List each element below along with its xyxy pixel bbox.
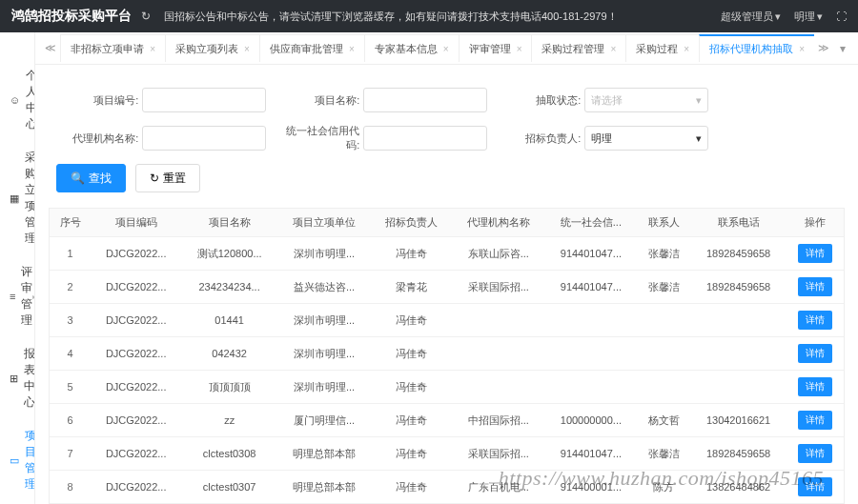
sidebar-item[interactable]: ▦采购立项管理▸ [0,141,34,255]
cell-agent: 东联山际咨... [452,237,545,271]
chevron-down-icon: ▾ [696,132,702,145]
tab[interactable]: 非招标立项申请× [60,34,166,62]
menu-label: 项目管理 [25,428,35,493]
project-no-label: 项目编号: [56,93,138,108]
tab-label: 采购过程 [636,42,678,56]
cell-code: DJCG2022... [91,404,181,437]
detail-button[interactable]: 详情 [798,311,832,330]
column-header: 操作 [786,209,844,237]
table-row: 7 DJCG2022... clctest0308 明理总部本部 冯佳奇 采联国… [50,437,844,471]
cell-agent: 采联国际招... [452,271,545,304]
sidebar-item[interactable]: ▭项目管理▾ [0,419,34,501]
tabs-scroll-left-icon[interactable]: ≪ [41,42,60,54]
cell-owner: 冯佳奇 [371,304,451,337]
detail-button[interactable]: 详情 [798,377,832,396]
cell-usci: 100000000... [545,404,637,437]
close-icon[interactable]: × [610,44,616,54]
cell-index: 6 [50,404,91,437]
project-no-input[interactable] [142,88,266,112]
cell-unit: 深圳市明理... [277,371,371,404]
cell-owner: 冯佳奇 [371,337,451,371]
cell-index: 1 [50,237,91,271]
cell-agent [452,337,545,371]
sidebar-item[interactable]: ⊞报表中心▸ [0,337,34,419]
close-icon[interactable]: × [517,44,522,54]
cell-owner: 梁青花 [371,271,451,304]
cell-usci: 914401047... [545,271,637,304]
reset-button[interactable]: ↻重置 [135,164,200,192]
detail-button[interactable]: 详情 [798,244,832,263]
cell-code: DJCG2022... [91,437,181,471]
cell-code: DJCG2022... [91,237,181,271]
table-row: 3 DJCG2022... 01441 深圳市明理... 冯佳奇 详情 [50,304,844,337]
cell-agent: 采联国际招... [452,437,545,471]
owner-select[interactable]: 明理▾ [584,126,708,151]
cell-code: DJCG2022... [91,271,181,304]
column-header: 项目名称 [181,209,277,237]
cell-index: 2 [50,271,91,304]
cell-op: 详情 [786,371,844,404]
cell-usci [545,371,637,404]
table-row: 8 DJCG2022... clctest0307 明理总部本部 冯佳奇 广东百… [50,471,844,504]
cell-contact: 张馨洁 [637,437,691,471]
tabs-scroll-right-icon[interactable]: ≫ [814,42,833,54]
cell-usci: 914401047... [545,237,637,271]
cell-agent [452,304,545,337]
detail-button[interactable]: 详情 [798,344,832,363]
chevron-right-icon: ▸ [32,292,35,301]
cell-name: 234234234... [181,271,277,304]
tab[interactable]: 采购过程× [625,34,700,62]
tab[interactable]: 专家基本信息× [364,34,460,62]
sidebar-item[interactable]: ☺个人中心▸ [0,59,34,141]
cell-phone: 18928459658 [691,271,786,304]
tab[interactable]: 供应商审批管理× [259,34,365,62]
user-dropdown[interactable]: 超级管理员▾ [721,10,781,24]
close-icon[interactable]: × [443,44,449,54]
notice-marquee: 国招标公告和中标公告，请尝试清理下浏览器缓存，如有疑问请拨打技术支持电话400-… [164,10,721,24]
column-header: 项目立项单位 [277,209,371,237]
cell-code: DJCG2022... [91,337,181,371]
usci-input[interactable] [363,126,487,151]
project-name-label: 项目名称: [277,93,359,108]
detail-button[interactable]: 详情 [798,477,832,496]
tab[interactable]: 招标代理机构抽取× [699,34,814,62]
sidebar: ≡ ☺个人中心▸▦采购立项管理▸≡评审管理▸⊞报表中心▸▭项目管理▾采购过程管理… [0,32,35,504]
cell-name: 测试120800... [181,237,277,271]
cell-phone: 13826484862 [691,471,786,504]
project-name-input[interactable] [363,88,487,112]
cell-phone [691,304,786,337]
owner-label: 招标负责人: [499,131,581,146]
menu-label: 评审管理 [21,264,32,329]
detail-button[interactable]: 详情 [798,411,832,430]
tabs-bar: ≪ 非招标立项申请×采购立项列表×供应商审批管理×专家基本信息×评审管理×采购过… [35,32,858,65]
extract-status-select[interactable]: 请选择▾ [584,88,708,112]
agent-name-input[interactable] [142,126,266,151]
tab-label: 采购过程管理 [541,42,604,56]
tabs-menu-icon[interactable]: ▾ [833,42,852,55]
close-icon[interactable]: × [684,44,689,54]
detail-button[interactable]: 详情 [798,444,832,463]
search-button[interactable]: 🔍查找 [56,164,126,192]
detail-button[interactable]: 详情 [798,277,832,296]
menu-icon: ≡ [10,291,15,302]
sidebar-item[interactable]: ≡评审管理▸ [0,255,34,337]
cell-owner: 冯佳奇 [371,237,451,271]
cell-index: 7 [50,437,91,471]
menu-label: 报表中心 [24,346,35,411]
close-icon[interactable]: × [244,44,250,54]
close-icon[interactable]: × [349,44,355,54]
menu-label: 个人中心 [26,68,35,132]
close-icon[interactable]: × [150,44,155,54]
refresh-icon[interactable]: ↻ [141,10,151,23]
menu-icon: ▦ [10,192,19,205]
fullscreen-icon[interactable]: ⛶ [836,10,847,22]
cell-agent: 广东百机电... [452,471,545,504]
theme-dropdown[interactable]: 明理▾ [794,10,823,24]
tab[interactable]: 评审管理× [459,34,533,62]
cell-agent: 中招国际招... [452,404,545,437]
tab[interactable]: 采购立项列表× [165,34,260,62]
cell-usci: 914401047... [545,437,637,471]
tab[interactable]: 采购过程管理× [531,34,626,62]
close-icon[interactable]: × [799,44,805,54]
cell-op: 详情 [786,437,844,471]
